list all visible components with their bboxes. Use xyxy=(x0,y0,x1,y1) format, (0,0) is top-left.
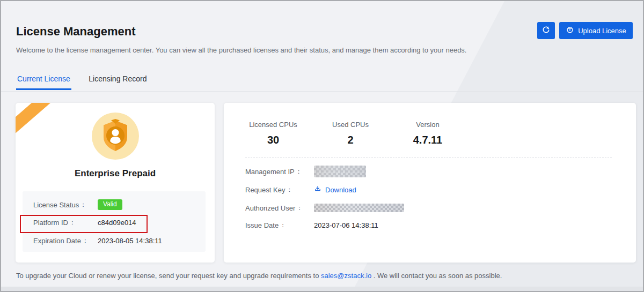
download-label: Download xyxy=(325,186,356,194)
page-title: License Management xyxy=(16,25,136,39)
colon: ： xyxy=(296,167,302,176)
dashed-divider xyxy=(245,158,612,158)
authorized-user-label: Authorized User xyxy=(245,204,295,212)
footer-text-before: To upgrade your Cloud or renew your lice… xyxy=(16,272,321,280)
license-info-box: License Status ： Valid Platform ID ： c84… xyxy=(23,191,206,252)
management-ip-label: Management IP xyxy=(245,168,295,176)
sales-email-link[interactable]: sales@zstack.io xyxy=(321,272,371,280)
request-key-row: Request Key ： Download xyxy=(245,183,625,196)
stat-value: 4.7.11 xyxy=(389,134,466,146)
stat-value: 30 xyxy=(235,134,312,146)
stat-value: 2 xyxy=(312,134,389,146)
license-summary-card: Enterprise Prepaid License Status ： Vali… xyxy=(16,103,215,263)
license-shield-icon xyxy=(16,113,215,162)
stat-version: Version 4.7.11 xyxy=(389,121,466,146)
license-stats: Licensed CPUs 30 Used CPUs 2 Version 4.7… xyxy=(235,121,466,146)
management-ip-row: Management IP ： xyxy=(245,165,625,178)
stat-label: Version xyxy=(389,121,466,129)
license-plan-name: Enterprise Prepaid xyxy=(16,168,215,179)
colon: ： xyxy=(69,218,76,227)
license-management-page: License Management Welcome to the licens… xyxy=(0,0,644,292)
expiration-date-label: Expiration Date xyxy=(33,237,81,245)
license-status-row: License Status ： Valid xyxy=(33,199,199,211)
stat-licensed-cpus: Licensed CPUs 30 xyxy=(235,121,312,146)
management-ip-redacted-value xyxy=(314,166,366,177)
upload-license-label: Upload License xyxy=(578,27,626,35)
footer-text-after: . We will contact you as soon as possibl… xyxy=(371,272,502,280)
license-details-card: Licensed CPUs 30 Used CPUs 2 Version 4.7… xyxy=(224,103,636,263)
issue-date-value: 2023-07-06 14:38:11 xyxy=(314,221,378,229)
expiration-date-value: 2023-08-05 14:38:11 xyxy=(98,237,162,245)
colon: ： xyxy=(82,236,89,245)
download-request-key-link[interactable]: Download xyxy=(314,185,356,194)
refresh-button[interactable] xyxy=(537,22,555,39)
tab-bar: Current License Licensing Record xyxy=(1,73,643,92)
page-subtitle: Welcome to the license management center… xyxy=(16,46,466,54)
colon: ： xyxy=(80,200,86,209)
refresh-icon xyxy=(541,25,551,36)
license-status-label: License Status xyxy=(33,201,79,209)
colon: ： xyxy=(296,204,303,213)
authorized-user-redacted-value xyxy=(314,204,404,212)
platform-id-row: Platform ID ： c84d09e014 xyxy=(33,216,199,228)
platform-id-value: c84d09e014 xyxy=(98,219,136,227)
request-key-label: Request Key xyxy=(245,186,285,194)
tab-current-license[interactable]: Current License xyxy=(16,73,71,90)
footer-note: To upgrade your Cloud or renew your lice… xyxy=(16,272,502,280)
stat-label: Licensed CPUs xyxy=(235,121,312,129)
status-badge: Valid xyxy=(98,199,122,209)
stat-used-cpus: Used CPUs 2 xyxy=(312,121,389,146)
bottom-strip xyxy=(1,287,643,291)
issue-date-label: Issue Date xyxy=(245,221,279,229)
expiration-date-row: Expiration Date ： 2023-08-05 14:38:11 xyxy=(33,235,199,246)
colon: ： xyxy=(280,221,286,230)
tab-licensing-record[interactable]: Licensing Record xyxy=(87,73,148,90)
stat-label: Used CPUs xyxy=(312,121,389,129)
platform-id-label: Platform ID xyxy=(33,219,68,227)
colon: ： xyxy=(286,185,292,194)
download-icon xyxy=(314,185,321,194)
issue-date-row: Issue Date ： 2023-07-06 14:38:11 xyxy=(245,219,625,231)
authorized-user-row: Authorized User ： xyxy=(245,201,625,214)
upload-license-button[interactable]: Upload License xyxy=(559,22,633,39)
upload-icon xyxy=(566,26,574,36)
